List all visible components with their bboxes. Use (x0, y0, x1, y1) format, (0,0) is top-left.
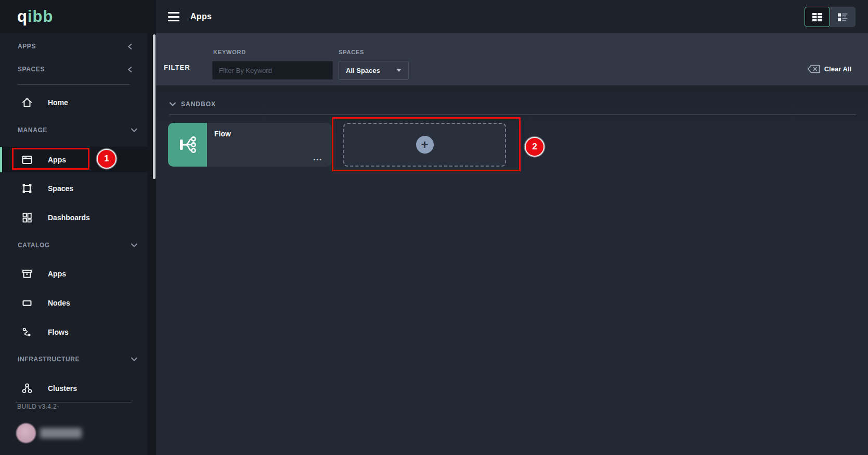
grid-view-button[interactable] (805, 7, 830, 27)
sidebar-clusters-label: Clusters (48, 384, 77, 393)
sandbox-section-label: SANDBOX (181, 100, 216, 108)
topbar: Apps (156, 0, 868, 33)
view-toggle-group (805, 7, 856, 27)
caret-down-icon (396, 69, 401, 72)
chevron-down-icon (169, 102, 176, 107)
sidebar-nodes-label: Nodes (48, 299, 70, 307)
sidebar-item-nodes[interactable]: Nodes (0, 293, 147, 313)
sidebar-item-dashboards[interactable]: Dashboards (0, 207, 147, 228)
annotation-box-step2 (332, 117, 521, 171)
app-card-body: Flow ••• (207, 123, 332, 167)
sidebar-spaces-manage-label: Spaces (48, 184, 73, 193)
sidebar-footer-divider (16, 402, 132, 402)
list-view-icon (838, 13, 848, 21)
spaces-dropdown[interactable]: All Spaces (339, 61, 409, 80)
sidebar-item-spaces-manage[interactable]: Spaces (0, 178, 147, 199)
sandbox-section-header[interactable]: SANDBOX (169, 98, 216, 110)
sidebar-manage-label: MANAGE (18, 127, 47, 134)
sidebar-section-catalog[interactable]: CATALOG (0, 238, 147, 252)
chevron-down-icon (131, 357, 138, 362)
logo-ibb: ibb (28, 7, 54, 26)
chevron-down-icon (131, 243, 138, 248)
filter-label: FILTER (164, 64, 190, 71)
more-options-icon[interactable]: ••• (313, 156, 322, 162)
qibb-logo: qibb (17, 7, 53, 26)
clear-filter-icon (807, 65, 820, 73)
sidebar-section-manage[interactable]: MANAGE (0, 123, 147, 137)
dashboard-grid-icon (21, 211, 33, 224)
user-avatar[interactable] (16, 423, 36, 443)
sidebar-apps-catalog-label: Apps (48, 270, 66, 278)
sidebar-item-home[interactable]: Home (0, 92, 147, 113)
sidebar-home-label: Home (48, 98, 68, 107)
sidebar-section-infrastructure[interactable]: INFRASTRUCTURE (0, 352, 147, 366)
app-card-title: Flow (214, 130, 231, 138)
annotation-box-step1 (12, 148, 89, 170)
sidebar-item-apps-catalog[interactable]: Apps (0, 263, 147, 284)
sidebar-scrollbar-track (147, 33, 156, 455)
sidebar-infrastructure-label: INFRASTRUCTURE (18, 356, 80, 363)
sidebar-divider (18, 84, 130, 85)
sidebar-scrollbar-thumb[interactable] (153, 34, 156, 179)
flow-squiggle-icon (21, 326, 33, 338)
spaces-dropdown-value: All Spaces (346, 67, 380, 74)
flow-branch-icon (176, 133, 200, 157)
cluster-nodes-icon (21, 382, 33, 395)
user-name-redacted (40, 428, 82, 438)
section-divider (169, 115, 856, 115)
chevron-left-icon (127, 43, 133, 50)
build-version-label: BUILD v3.4.2- (17, 403, 59, 410)
app-root: APPS SPACES Home MANAGE (0, 0, 868, 455)
chevron-down-icon (131, 128, 138, 133)
app-card-badge (168, 123, 207, 167)
sidebar-catalog-label: CATALOG (18, 242, 50, 249)
sidebar: APPS SPACES Home MANAGE (0, 0, 147, 455)
keyword-input[interactable] (212, 61, 333, 80)
sidebar-item-spaces-collapsed[interactable]: SPACES (0, 62, 147, 77)
app-card-flow[interactable]: Flow ••• (168, 123, 332, 167)
filter-bar: FILTER KEYWORD SPACES All Spaces Clear A… (156, 33, 868, 85)
sidebar-dashboards-label: Dashboards (48, 213, 90, 222)
clear-all-label: Clear All (824, 65, 851, 73)
sidebar-item-clusters[interactable]: Clusters (0, 378, 147, 399)
sidebar-item-flows[interactable]: Flows (0, 322, 147, 343)
node-rect-icon (21, 297, 33, 309)
list-view-button[interactable] (830, 7, 856, 27)
spaces-label: SPACES (339, 49, 364, 55)
frame-corners-icon (21, 182, 33, 195)
archive-box-icon (21, 268, 33, 280)
sidebar-item-apps-collapsed[interactable]: APPS (0, 39, 147, 54)
clear-all-button[interactable]: Clear All (807, 65, 851, 73)
chevron-left-icon (127, 66, 133, 73)
sidebar-apps-collapsed-label: APPS (18, 43, 36, 50)
logo-q: q (17, 7, 28, 26)
sidebar-spaces-collapsed-label: SPACES (18, 66, 45, 73)
logo-container: qibb (0, 0, 156, 33)
hamburger-menu-icon[interactable] (168, 12, 179, 21)
sidebar-flows-label: Flows (48, 328, 69, 336)
keyword-label: KEYWORD (213, 49, 246, 55)
home-icon (21, 96, 33, 109)
grid-view-icon (812, 13, 822, 21)
annotation-step1-badge: 1 (97, 149, 116, 169)
page-title: Apps (190, 0, 212, 33)
annotation-step2-badge: 2 (525, 137, 545, 157)
